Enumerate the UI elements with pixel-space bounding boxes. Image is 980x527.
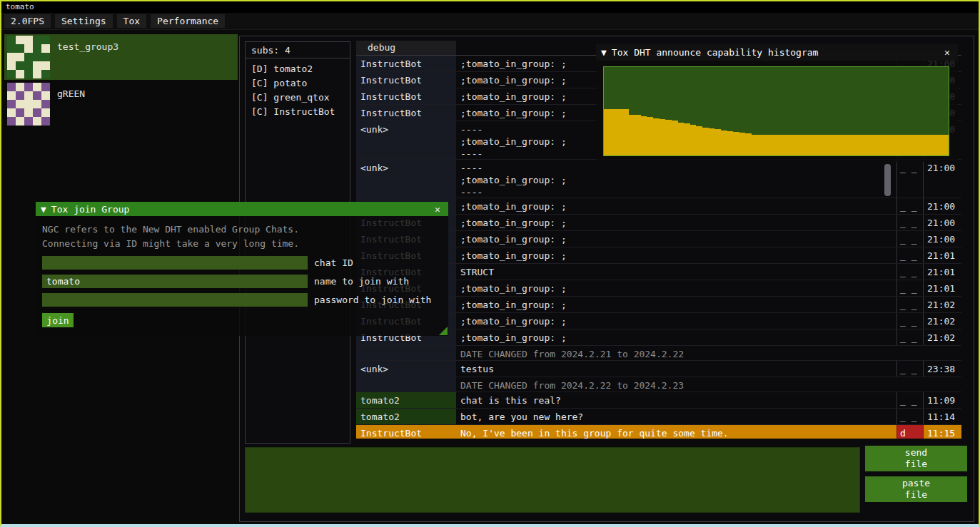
- sender-name: tomato2: [356, 392, 456, 408]
- histogram-bar: [690, 125, 697, 155]
- subs-member[interactable]: [D] tomato2: [251, 62, 344, 76]
- histogram-bar: [911, 135, 918, 155]
- chat-id-input[interactable]: [42, 256, 308, 270]
- message-text: testus: [456, 361, 896, 377]
- histogram-window-titlebar[interactable]: ▼ Tox DHT announce capability histogram …: [596, 44, 958, 61]
- message-status: _ _: [896, 409, 923, 424]
- histogram-bar: [616, 109, 622, 155]
- message-time: 21:02: [923, 313, 961, 329]
- join-name-input[interactable]: [42, 275, 308, 288]
- histogram-bar: [875, 135, 882, 155]
- histogram-bar: [696, 126, 702, 155]
- subs-list: [D] tomato2[C] potato[C] green_qtox[C] I…: [246, 58, 350, 123]
- message-time: 11:15: [923, 425, 961, 439]
- tab-debug[interactable]: debug: [356, 41, 456, 56]
- app-window: tomato 2.0FPS Settings Tox Performance t…: [0, 0, 980, 527]
- histogram-bar: [918, 135, 924, 155]
- histogram-window-title: Tox DHT announce capability histogram: [612, 47, 819, 58]
- group-item-test_group3[interactable]: test_group3: [4, 34, 238, 80]
- message-status: _ _: [896, 392, 923, 408]
- message-time: 21:00: [923, 198, 961, 214]
- delivered-badge: d: [896, 425, 923, 439]
- message-time: 21:02: [923, 329, 961, 345]
- group-name: gREEN: [57, 88, 85, 99]
- subs-member[interactable]: [C] potato: [251, 76, 344, 91]
- histogram-bar: [604, 109, 610, 155]
- message-text: ;tomato_in_group: ;: [456, 329, 896, 345]
- histogram-bar: [721, 131, 727, 155]
- join-window-titlebar[interactable]: ▼ Tox join Group ✕: [36, 202, 448, 216]
- resize-grip-icon[interactable]: [439, 327, 448, 335]
- histogram-bar: [653, 118, 660, 155]
- histogram-bar: [838, 135, 844, 155]
- sender-name: InstructBot: [356, 56, 456, 71]
- histogram-bar: [622, 109, 629, 155]
- histogram-bar: [770, 135, 777, 155]
- message-time: 21:01: [923, 264, 961, 280]
- join-password-input[interactable]: [42, 293, 308, 307]
- histogram-bar: [745, 133, 752, 155]
- window-title: tomato: [6, 2, 34, 11]
- histogram-bar: [758, 135, 764, 155]
- subs-header: subs: 4: [246, 42, 350, 58]
- subs-member[interactable]: [C] InstructBot: [251, 105, 344, 119]
- send-file-button[interactable]: send file: [865, 446, 967, 471]
- date-name-spacer: [356, 377, 456, 392]
- message-text: ;tomato_in_group: ;: [456, 297, 896, 312]
- chat-row: <unk>----;tomato_in_group: ;----_ _21:00: [356, 160, 961, 198]
- send-file-label-line2: file: [905, 459, 927, 470]
- group-name: test_group3: [57, 41, 118, 52]
- histogram-bar: [807, 135, 814, 155]
- message-text: ;tomato_in_group: ;: [456, 231, 896, 247]
- message-time: 23:38: [923, 361, 961, 377]
- menu-performance[interactable]: Performance: [151, 14, 225, 28]
- message-time: 21:00: [923, 215, 961, 230]
- subs-member[interactable]: [C] green_qtox: [251, 91, 344, 105]
- message-text: ----;tomato_in_group: ;----: [456, 160, 896, 198]
- paste-file-button[interactable]: paste file: [865, 476, 967, 502]
- histogram-bar: [789, 135, 795, 155]
- titlebar[interactable]: tomato: [1, 1, 979, 13]
- menu-settings[interactable]: Settings: [55, 14, 113, 28]
- date-changed-row: DATE CHANGED from 2024.2.21 to 2024.2.22: [356, 346, 961, 361]
- histogram-bar: [942, 135, 949, 155]
- histogram-bar: [930, 135, 936, 155]
- collapse-arrow-icon[interactable]: ▼: [601, 47, 607, 58]
- message-status: _ _: [896, 160, 923, 198]
- date-changed-text: DATE CHANGED from 2024.2.22 to 2024.2.23: [456, 377, 896, 392]
- close-icon[interactable]: ✕: [941, 47, 953, 58]
- close-icon[interactable]: ✕: [432, 204, 443, 215]
- chat-scrollbar-thumb[interactable]: [884, 164, 891, 196]
- collapse-arrow-icon[interactable]: ▼: [41, 204, 46, 215]
- histogram-bar: [813, 135, 819, 155]
- histogram-bar: [862, 135, 869, 155]
- message-text: ;tomato_in_group: ;: [456, 280, 896, 296]
- send-file-label-line1: send: [905, 447, 927, 459]
- histogram-bar: [714, 129, 721, 155]
- menu-tox[interactable]: Tox: [117, 14, 146, 28]
- histogram-bar: [709, 128, 715, 155]
- histogram-bar: [777, 135, 783, 155]
- histogram-bar: [739, 133, 746, 155]
- histogram-bar: [782, 135, 789, 155]
- message-input[interactable]: [245, 447, 860, 513]
- date-name-spacer: [356, 346, 456, 360]
- join-button[interactable]: join: [42, 313, 74, 327]
- histogram-bar: [641, 116, 647, 155]
- histogram-bar: [850, 135, 857, 155]
- histogram-bar: [801, 135, 807, 155]
- histogram-bar: [893, 135, 899, 155]
- message-text: ;tomato_in_group: ;: [456, 313, 896, 329]
- message-text: bot, are you new here?: [456, 409, 896, 424]
- group-item-gREEN[interactable]: gREEN: [4, 81, 238, 127]
- join-info-line2: Connecting via ID might take a very long…: [42, 237, 442, 251]
- histogram-bar: [887, 135, 894, 155]
- message-time: 21:01: [923, 280, 961, 296]
- histogram-bar: [672, 121, 678, 155]
- join-name-label: name to join with: [314, 276, 409, 287]
- message-time: 11:14: [923, 409, 961, 424]
- histogram-bar: [629, 115, 635, 155]
- histogram-bar: [869, 135, 875, 155]
- fps-indicator: 2.0FPS: [4, 14, 51, 28]
- histogram-bar: [610, 109, 617, 155]
